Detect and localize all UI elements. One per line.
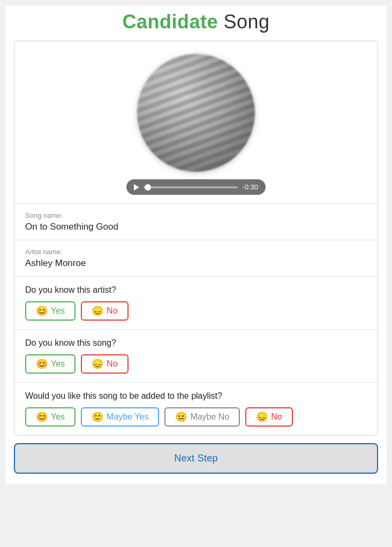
artist-question-text: Do you know this artist?	[25, 285, 367, 295]
title-song: Song	[218, 11, 270, 33]
artist-name-value: Ashley Monroe	[25, 258, 367, 269]
playlist-yes-label: Yes	[51, 412, 65, 422]
artist-name-row: Artist name: Ashley Monroe	[14, 240, 378, 276]
playlist-maybe-no-icon: 😐	[175, 412, 187, 422]
playlist-maybe-yes-label: Maybe Yes	[107, 412, 148, 422]
artist-no-button[interactable]: 😞 No	[81, 301, 128, 321]
playlist-question-row: Would you like this song to be added to …	[14, 383, 378, 435]
artist-btn-group: 😊 Yes 😞 No	[25, 301, 367, 321]
song-no-label: No	[107, 359, 117, 369]
song-question-row: Do you know this song? 😊 Yes 😞 No	[14, 330, 378, 382]
playlist-maybe-yes-icon: 🙂	[92, 412, 103, 422]
artist-question-row: Do you know this artist? 😊 Yes 😞 No	[14, 277, 378, 329]
next-step-button[interactable]: Next Step	[14, 443, 378, 474]
audio-player: -0:30	[126, 179, 266, 195]
album-art	[137, 54, 255, 172]
main-card: -0:30 Song name: On to Something Good Ar…	[14, 41, 378, 436]
artist-name-label: Artist name:	[25, 248, 367, 256]
song-name-row: Song name: On to Something Good	[14, 204, 378, 240]
playlist-no-label: No	[271, 412, 282, 422]
playlist-question-text: Would you like this song to be added to …	[25, 391, 367, 401]
playlist-no-icon: 😞	[256, 412, 268, 422]
song-no-icon: 😞	[92, 359, 103, 369]
artist-no-icon: 😞	[92, 306, 103, 316]
artist-no-label: No	[107, 306, 117, 316]
artist-yes-button[interactable]: 😊 Yes	[25, 301, 76, 321]
playlist-maybe-no-button[interactable]: 😐 Maybe No	[164, 407, 240, 427]
song-yes-label: Yes	[51, 359, 65, 369]
artist-yes-icon: 😊	[36, 306, 48, 316]
song-name-label: Song name:	[25, 211, 367, 219]
play-icon[interactable]	[134, 184, 139, 191]
playlist-yes-icon: 😊	[36, 412, 48, 422]
artist-yes-label: Yes	[51, 306, 65, 316]
song-name-value: On to Something Good	[25, 222, 367, 232]
playlist-btn-group: 😊 Yes 🙂 Maybe Yes 😐 Maybe No 😞 No	[25, 407, 367, 427]
album-section: -0:30	[14, 41, 378, 203]
playlist-maybe-no-label: Maybe No	[190, 412, 229, 422]
song-yes-button[interactable]: 😊 Yes	[25, 354, 76, 374]
page-title: Candidate Song	[5, 11, 387, 33]
playlist-yes-button[interactable]: 😊 Yes	[25, 407, 76, 427]
song-question-text: Do you know this song?	[25, 338, 367, 348]
playlist-no-button[interactable]: 😞 No	[245, 407, 292, 427]
song-btn-group: 😊 Yes 😞 No	[25, 354, 367, 374]
time-label: -0:30	[242, 183, 258, 191]
page-wrapper: Candidate Song -0:30 Song name: On to So…	[5, 5, 387, 484]
next-btn-wrapper: Next Step	[5, 436, 387, 474]
title-candidate: Candidate	[122, 11, 218, 33]
progress-dot	[145, 184, 151, 191]
playlist-maybe-yes-button[interactable]: 🙂 Maybe Yes	[81, 407, 159, 427]
song-no-button[interactable]: 😞 No	[81, 354, 128, 374]
song-yes-icon: 😊	[36, 359, 48, 369]
progress-track[interactable]	[144, 186, 238, 188]
